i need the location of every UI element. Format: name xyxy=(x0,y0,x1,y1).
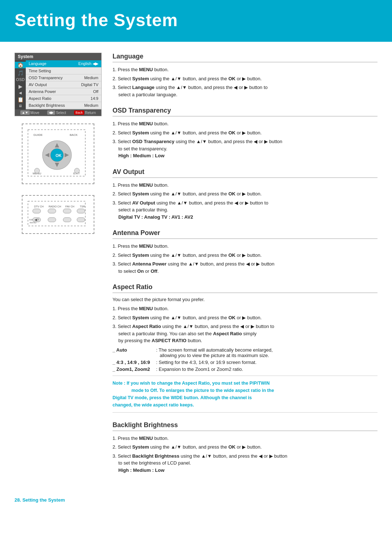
def-ratios: _ 4:3 , 14:9 , 16:9 : Setting for the 4:… xyxy=(113,360,377,365)
aspect-note-text: Note : If you wish to change the Aspect … xyxy=(113,380,377,409)
section-title-osd: OSD Transparency xyxy=(113,107,377,117)
svg-text:GUIDE: GUIDE xyxy=(33,133,42,137)
menu-icon-2: 🎵 xyxy=(17,70,24,76)
menu-rows: Language English ◀▶ Time Setting OSD Tra… xyxy=(26,60,101,109)
section-av: AV Output 1. Press the MENU button. 2. S… xyxy=(113,168,377,221)
aspect-note-box: Note : If you wish to change the Aspect … xyxy=(113,376,377,413)
menu-row-language: Language English ◀▶ xyxy=(26,60,101,68)
section-language: Language 1. Press the MENU button. 2. Se… xyxy=(113,53,377,98)
step-item: 1. Press the MENU button. xyxy=(113,305,377,312)
step-item: 1. Press the MENU button. xyxy=(113,243,377,250)
step-item: 3. Select OSD Transparency using the ▲/▼… xyxy=(113,138,377,159)
section-title-av: AV Output xyxy=(113,168,377,178)
step-item: 2. Select System using the ▲/▼ button, a… xyxy=(113,443,377,451)
step-item: 3. Select Aspect Ratio using the ▲/▼ but… xyxy=(113,323,377,344)
menu-icon-1: 🏠 xyxy=(15,62,26,68)
step-item: 3. Select Language using the ▲/▼ button,… xyxy=(113,84,377,98)
step-item: 2. Select System using the ▲/▼ button, a… xyxy=(113,252,377,259)
menu-icon-4: ▶ xyxy=(19,84,23,89)
system-menu-body: 🏠 🎵 OSD ▶ ◀ 📋 🖥 Language English ◀▶ Time… xyxy=(15,60,101,109)
svg-rect-29 xyxy=(77,218,85,222)
aspect-intro: You can select the picture format you pr… xyxy=(113,297,377,302)
menu-icon-7: 🖥 xyxy=(19,104,22,108)
menu-icon-3: OSD xyxy=(16,78,25,82)
page-footer: 28. Setting the System xyxy=(0,493,392,510)
svg-text:RADIO CH: RADIO CH xyxy=(49,205,61,208)
svg-text:DTV CH: DTV CH xyxy=(34,205,44,208)
remote-svg: GUIDE BACK OK xyxy=(26,128,88,179)
footer-return: Back Return xyxy=(74,110,96,115)
av-steps: 1. Press the MENU button. 2. Select Syst… xyxy=(113,182,377,221)
step-item: 2. Select System using the ▲/▼ button, a… xyxy=(113,75,377,82)
section-osd: OSD Transparency 1. Press the MENU butto… xyxy=(113,107,377,159)
svg-rect-28 xyxy=(63,218,71,222)
svg-rect-27 xyxy=(48,218,56,222)
menu-row-time: Time Setting xyxy=(26,68,101,74)
def-zoom: _ Zoom1, Zoom2 : Expansion to the Zoom1 … xyxy=(113,366,377,372)
svg-text:TSR: TSR xyxy=(80,205,85,208)
svg-text:◀?: ◀? xyxy=(34,218,39,222)
menu-icons-col: 🏠 🎵 OSD ▶ ◀ 📋 🖥 xyxy=(15,60,26,109)
section-antenna: Antenna Power 1. Press the MENU button. … xyxy=(113,229,377,275)
svg-rect-21 xyxy=(63,209,71,213)
footer-select: ◀▶ Select xyxy=(47,110,66,115)
system-menu-title: System xyxy=(15,53,101,60)
section-title-antenna: Antenna Power xyxy=(113,229,377,239)
menu-footer: ▲▼ Move ◀▶ Select Back Return xyxy=(15,109,101,116)
step-item: 3. Select Antenna Power using the ▲/▼ bu… xyxy=(113,260,377,275)
aspect-steps: 1. Press the MENU button. 2. Select Syst… xyxy=(113,305,377,344)
menu-row-av: AV Output Digital TV xyxy=(26,81,101,88)
language-steps: 1. Press the MENU button. 2. Select Syst… xyxy=(113,66,377,98)
section-title-backlight: Backlight Brightness xyxy=(113,421,377,431)
menu-row-aspect: Aspect Ratio 14:9 xyxy=(26,95,101,102)
step-item: 2. Select System using the ▲/▼ button, a… xyxy=(113,129,377,137)
step-item: 2. Select System using the ▲/▼ button, a… xyxy=(113,314,377,321)
section-aspect: Aspect Ratio You can select the picture … xyxy=(113,283,377,413)
step-item: 1. Press the MENU button. xyxy=(113,182,377,189)
osd-steps: 1. Press the MENU button. 2. Select Syst… xyxy=(113,120,377,159)
section-title-language: Language xyxy=(113,53,377,62)
svg-point-13 xyxy=(74,168,79,173)
section-title-aspect: Aspect Ratio xyxy=(113,283,377,293)
main-content: System 🏠 🎵 OSD ▶ ◀ 📋 🖥 Language English … xyxy=(0,42,392,493)
svg-rect-19 xyxy=(33,209,41,213)
step-item: 1. Press the MENU button. xyxy=(113,66,377,73)
section-backlight: Backlight Brightness 1. Press the MENU b… xyxy=(113,421,377,474)
menu-icon-5: ◀ xyxy=(19,91,22,95)
def-auto: _ Auto : The screen format will automati… xyxy=(113,347,377,358)
aspect-defs: _ Auto : The screen format will automati… xyxy=(113,347,377,372)
accent-bar xyxy=(0,39,392,42)
menu-row-osd: OSD Transparency Medium xyxy=(26,74,101,81)
step-item: 1. Press the MENU button. xyxy=(113,120,377,127)
footer-move: ▲▼ Move xyxy=(20,110,39,115)
svg-text:OK: OK xyxy=(56,153,62,158)
menu-icon-6: 📋 xyxy=(17,97,24,102)
menu-row-antenna: Antenna Power Off xyxy=(26,88,101,95)
system-menu-box: System 🏠 🎵 OSD ▶ ◀ 📋 🖥 Language English … xyxy=(15,53,102,116)
step-item: 3. Select AV Output using the ▲/▼ button… xyxy=(113,199,377,221)
svg-rect-20 xyxy=(48,209,56,213)
svg-text:FAV CH: FAV CH xyxy=(65,205,74,208)
left-column: System 🏠 🎵 OSD ▶ ◀ 📋 🖥 Language English … xyxy=(15,53,102,482)
aspect-illustration: DTV CH RADIO CH FAV CH TSR ASPECT RATIO xyxy=(15,195,102,234)
aspect-svg: DTV CH RADIO CH FAV CH TSR ASPECT RATIO xyxy=(26,199,88,228)
menu-row-backlight: Backlight Brightness Medium xyxy=(26,102,101,109)
page-header: Setting the System xyxy=(0,0,392,39)
page-title: Setting the System xyxy=(15,10,377,30)
step-item: 1. Press the MENU button. xyxy=(113,435,377,442)
remote-illustration: GUIDE BACK OK xyxy=(15,123,102,184)
right-column: Language 1. Press the MENU button. 2. Se… xyxy=(113,53,377,482)
page-number: 28. Setting the System xyxy=(15,497,65,503)
step-item: 3. Select Backlight Brightness using the… xyxy=(113,453,377,474)
antenna-steps: 1. Press the MENU button. 2. Select Syst… xyxy=(113,243,377,275)
svg-text:BACK: BACK xyxy=(70,133,78,137)
remote-wrapper: GUIDE BACK OK xyxy=(22,123,94,184)
aspect-wrapper: DTV CH RADIO CH FAV CH TSR ASPECT RATIO xyxy=(22,195,94,234)
svg-point-12 xyxy=(34,168,40,173)
backlight-steps: 1. Press the MENU button. 2. Select Syst… xyxy=(113,435,377,474)
svg-rect-22 xyxy=(77,209,85,213)
step-item: 2. Select System using the ▲/▼ button, a… xyxy=(113,190,377,198)
